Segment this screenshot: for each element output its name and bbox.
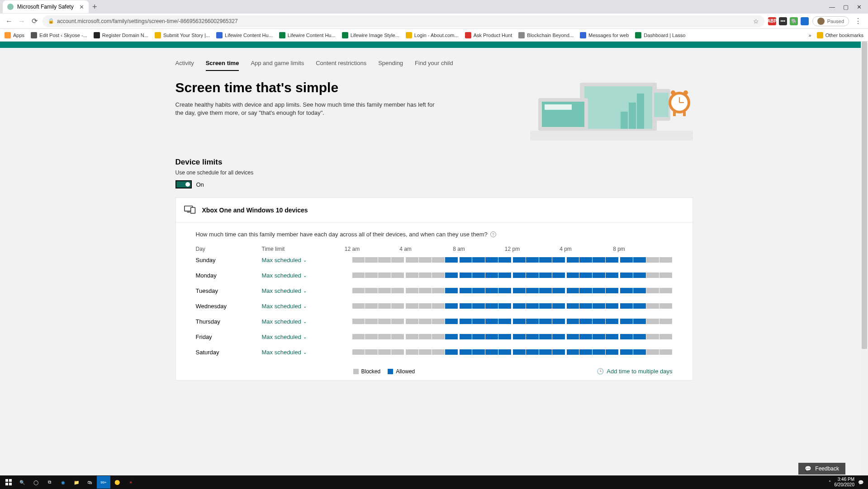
hour-allowed [498,288,511,293]
bookmark-item[interactable]: Messages for web [580,32,629,38]
system-clock[interactable]: 3:46 PM 6/20/2020 [835,477,855,488]
tab-screen-time[interactable]: Screen time [206,60,239,71]
hour-allowed [472,319,485,324]
bookmark-item[interactable]: Blockchain Beyond... [518,32,574,38]
back-icon[interactable]: ← [5,17,14,25]
reload-icon[interactable]: ⟳ [30,17,39,25]
bookmarks-overflow-icon[interactable]: » [809,33,811,38]
search-icon[interactable]: 🔍 [15,476,29,489]
tray-chevron-icon[interactable]: ˄ [829,480,831,485]
chrome-menu-icon[interactable]: ⋮ [853,17,863,25]
add-time-multiple-days-link[interactable]: 🕒 Add time to multiple days [597,368,672,375]
bookmarks-bar: AppsEdit Post ‹ Skyose -...Register Doma… [0,29,868,42]
hour-bar[interactable] [352,349,673,355]
feedback-icon: 💬 [805,465,811,472]
close-tab-icon[interactable]: ✕ [79,4,84,10]
time-limit-dropdown[interactable]: Max scheduled⌄ [262,349,352,356]
hour-bar[interactable] [352,319,673,324]
hour-blocked [406,319,418,324]
bookmark-star-icon[interactable]: ☆ [753,18,759,25]
bookmark-favicon [94,32,100,38]
hour-blocked [391,334,404,339]
tab-find-your-child[interactable]: Find your child [415,60,453,71]
bookmark-item[interactable]: Edit Post ‹ Skyose -... [31,32,87,38]
tab-content-restrictions[interactable]: Content restrictions [316,60,366,71]
time-limit-dropdown[interactable]: Max scheduled⌄ [262,272,352,279]
chevron-down-icon: ⌄ [303,258,307,263]
svg-rect-6 [545,104,572,110]
bookmark-item[interactable]: Lifewire Image Style... [342,32,399,38]
mail-icon[interactable]: 99+ [97,476,110,489]
chevron-down-icon: ⌄ [303,288,307,293]
extension-ext4-icon[interactable] [801,17,809,25]
hour-bar[interactable] [352,273,673,278]
start-button[interactable] [2,476,15,489]
url-input[interactable]: 🔒 account.microsoft.com/family/settings/… [43,15,764,27]
hour-blocked [646,257,659,263]
bookmark-item[interactable]: Dashboard | Lasso [635,32,685,38]
hour-allowed [606,349,618,355]
task-view-icon[interactable]: ⧉ [43,476,56,489]
time-limit-dropdown[interactable]: Max scheduled⌄ [262,318,352,325]
hour-bar[interactable] [352,303,673,309]
time-limit-dropdown[interactable]: Max scheduled⌄ [262,287,352,294]
svg-rect-27 [9,483,12,485]
hour-bar[interactable] [352,334,673,339]
notifications-icon[interactable]: 💬 [858,480,863,485]
extension-ext2-icon[interactable]: ••• [779,17,787,25]
close-window-icon[interactable]: ✕ [857,4,862,10]
file-explorer-icon[interactable]: 📁 [70,476,83,489]
hour-bar[interactable] [352,288,673,293]
hour-blocked [378,303,391,309]
hour-allowed [593,319,605,324]
cortana-icon[interactable]: ◯ [29,476,43,489]
bookmark-item[interactable]: Apps [5,32,24,38]
browser-tab[interactable]: Microsoft Family Safety ✕ [3,0,89,13]
profile-paused-button[interactable]: Paused [812,16,849,26]
hour-blocked [391,319,404,324]
chrome-icon[interactable]: 🟡 [110,476,124,489]
hour-allowed [485,349,498,355]
info-icon[interactable]: ? [490,231,496,237]
bookmark-item[interactable]: Ask Product Hunt [465,32,512,38]
time-limit-dropdown[interactable]: Max scheduled⌄ [262,257,352,263]
time-limit-dropdown[interactable]: Max scheduled⌄ [262,334,352,340]
extension-abp-icon[interactable]: ABP [768,17,776,25]
hour-allowed [579,257,592,263]
other-bookmarks[interactable]: Other bookmarks [817,32,863,38]
tab-spending[interactable]: Spending [378,60,403,71]
bookmark-label: Register Domain N... [102,33,148,38]
bookmark-item[interactable]: Register Domain N... [94,32,148,38]
bookmark-item[interactable]: Submit Your Story |... [155,32,210,38]
limit-label: Max scheduled [262,318,301,325]
new-tab-button[interactable]: + [92,2,97,12]
hour-bar[interactable] [352,257,673,263]
bookmark-item[interactable]: Lifewire Content Hu... [279,32,336,38]
hour-allowed [633,303,646,309]
scroll-thumb[interactable] [862,42,867,349]
store-icon[interactable]: 🛍 [83,476,97,489]
tab-activity[interactable]: Activity [175,60,194,71]
hour-blocked [659,303,672,309]
hour-allowed [539,319,552,324]
hour-allowed [539,334,552,339]
hour-allowed [579,288,592,293]
swatch-allowed [388,369,393,374]
tab-app-and-game-limits[interactable]: App and game limits [251,60,304,71]
hour-allowed [526,288,539,293]
bookmark-item[interactable]: Login - About.com... [406,32,459,38]
bookmark-item[interactable]: Lifewire Content Hu... [216,32,273,38]
edge-icon[interactable]: ◉ [56,476,70,489]
hour-allowed [513,349,526,355]
maximize-icon[interactable]: ▢ [843,4,849,10]
vertical-scrollbar[interactable] [861,42,868,475]
extension-evernote-icon[interactable]: 🐘 [790,17,798,25]
time-limit-dropdown[interactable]: Max scheduled⌄ [262,303,352,310]
schedule-toggle[interactable] [175,180,192,188]
app-icon[interactable]: ✶ [124,476,138,489]
feedback-button[interactable]: 💬 Feedback [798,463,845,475]
hour-allowed [513,319,526,324]
minimize-icon[interactable]: — [829,4,835,10]
hour-allowed [606,334,618,339]
col-day-header: Day [196,246,262,252]
